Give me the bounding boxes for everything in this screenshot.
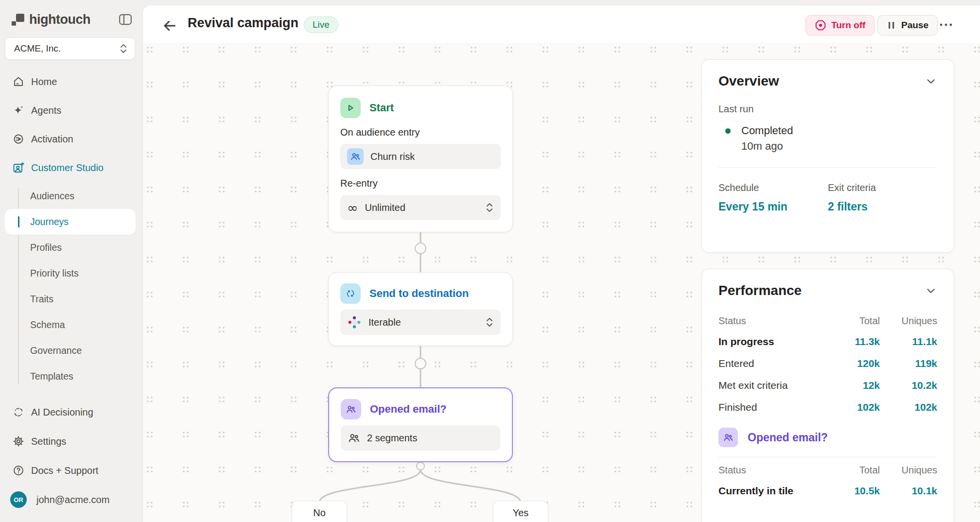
- reentry-select[interactable]: ∞ Unlimited: [340, 195, 501, 220]
- row-uniques[interactable]: 10.2k: [880, 380, 937, 391]
- back-button[interactable]: [162, 18, 177, 34]
- row-total[interactable]: 102k: [826, 401, 880, 413]
- row-total[interactable]: 120k: [826, 358, 880, 369]
- reentry-label: Re-entry: [340, 178, 501, 189]
- col-total: Total: [826, 315, 880, 327]
- turn-off-button[interactable]: Turn off: [805, 15, 875, 35]
- row-total[interactable]: 12k: [826, 380, 880, 391]
- sidebar-item-account[interactable]: OR john@acme.com: [0, 487, 142, 512]
- exit-criteria-link[interactable]: 2 filters: [828, 200, 937, 213]
- logo[interactable]: hightouch: [11, 10, 133, 29]
- home-icon: [13, 76, 24, 87]
- sidebar-item-label: Agents: [31, 105, 61, 116]
- tile-title-link[interactable]: Opened email?: [748, 431, 828, 444]
- loop-arrows-icon: [13, 406, 24, 418]
- chevron-down-icon: [925, 75, 937, 87]
- turn-off-label: Turn off: [831, 20, 865, 31]
- page-title: Revival campaign: [188, 16, 298, 31]
- col-status: Status: [718, 465, 826, 476]
- sidebar-item-audiences[interactable]: Audiences: [0, 183, 142, 209]
- audience-field[interactable]: Churn risk: [340, 144, 501, 169]
- sidebar-item-customer-studio[interactable]: Customer Studio: [0, 155, 142, 180]
- sub-item-label: Journeys: [30, 216, 69, 227]
- sidebar-item-schema[interactable]: Schema: [0, 312, 142, 338]
- sidebar-item-governance[interactable]: Governance: [0, 338, 142, 364]
- table-row: Met exit criteria 12k 10.2k: [718, 374, 937, 396]
- sub-item-label: Governance: [30, 345, 82, 356]
- sidebar-item-label: Docs + Support: [31, 465, 98, 476]
- destination-name: Iterable: [368, 317, 478, 328]
- destination-select[interactable]: Iterable: [340, 310, 501, 335]
- sidebar-item-templates[interactable]: Templates: [0, 364, 142, 389]
- branch-yes-label: Yes: [513, 507, 529, 522]
- table-row: Finished 102k 102k: [718, 396, 937, 418]
- col-status: Status: [718, 315, 826, 327]
- row-status: In progress: [718, 336, 826, 348]
- sidebar-item-home[interactable]: Home: [0, 69, 142, 94]
- segments-field[interactable]: 2 segments: [341, 425, 500, 451]
- sidebar-item-agents[interactable]: Agents: [0, 98, 142, 123]
- sidebar-item-label: Customer Studio: [31, 162, 104, 174]
- branch-no-node[interactable]: No: [292, 501, 347, 522]
- row-uniques[interactable]: 102k: [880, 401, 937, 413]
- last-run-label: Last run: [718, 104, 937, 115]
- sidebar-item-settings[interactable]: Settings: [0, 429, 142, 454]
- arrow-left-icon: [162, 18, 177, 34]
- stop-octagon-icon: [815, 19, 826, 31]
- branch-yes-node[interactable]: Yes: [493, 501, 548, 522]
- sidebar-item-label: AI Decisioning: [31, 407, 93, 418]
- segments-value: 2 segments: [367, 433, 417, 444]
- table-row: Currently in tile 10.5k 10.1k: [718, 480, 937, 502]
- audience-users-icon: [347, 148, 364, 165]
- row-uniques[interactable]: 11.1k: [880, 336, 937, 348]
- chevron-down-icon: [925, 284, 937, 297]
- sidebar-toggle-icon[interactable]: [118, 12, 133, 27]
- sidebar-item-ai-decisioning[interactable]: AI Decisioning: [0, 400, 142, 425]
- workspace-name: ACME, Inc.: [14, 43, 119, 54]
- row-total[interactable]: 11.3k: [826, 336, 880, 348]
- sub-item-label: Traits: [30, 294, 53, 305]
- logo-wordmark: hightouch: [29, 12, 90, 27]
- sub-item-label: Priority lists: [30, 268, 79, 279]
- entry-label: On audience entry: [340, 127, 501, 138]
- sparkle-icon: [13, 104, 24, 116]
- last-run-status: Completed: [741, 124, 793, 137]
- pause-button[interactable]: Pause: [877, 15, 938, 35]
- sidebar-item-journeys[interactable]: Journeys: [5, 209, 136, 235]
- activation-icon: [13, 133, 24, 145]
- row-status: Met exit criteria: [718, 380, 826, 391]
- chevron-updown-icon: [485, 317, 494, 328]
- overview-title: Overview: [718, 73, 779, 89]
- row-uniques[interactable]: 10.1k: [880, 485, 937, 497]
- workspace-selector[interactable]: ACME, Inc.: [5, 37, 135, 60]
- start-node[interactable]: Start On audience entry Churn risk Re-en…: [328, 86, 513, 232]
- tile-users-icon: [718, 428, 738, 447]
- collapse-overview-button[interactable]: [925, 75, 937, 87]
- customer-studio-subnav: Audiences Journeys Profiles Priority lis…: [0, 183, 142, 389]
- segments-users-icon: [341, 399, 361, 419]
- schedule-link[interactable]: Every 15 min: [718, 200, 828, 213]
- row-uniques[interactable]: 119k: [880, 358, 937, 369]
- start-node-title: Start: [369, 102, 394, 114]
- branch-node[interactable]: Opened email? 2 segments: [328, 387, 513, 462]
- primary-nav: Home Agents Activation: [0, 69, 142, 180]
- performance-card: Performance Status Total Uniques In prog…: [701, 269, 954, 522]
- sidebar-item-priority-lists[interactable]: Priority lists: [0, 261, 142, 286]
- row-total[interactable]: 10.5k: [826, 485, 880, 497]
- send-destination-icon: [340, 283, 361, 304]
- row-status: Entered: [718, 358, 826, 369]
- divider: [718, 167, 937, 168]
- collapse-performance-button[interactable]: [925, 284, 937, 297]
- sidebar-item-profiles[interactable]: Profiles: [0, 235, 142, 261]
- more-options-button[interactable]: [937, 18, 955, 31]
- sidebar-item-docs-support[interactable]: Docs + Support: [0, 458, 142, 483]
- sidebar-item-traits[interactable]: Traits: [0, 286, 142, 312]
- sub-item-label: Templates: [30, 371, 73, 382]
- branch-node-title: Opened email?: [370, 403, 447, 416]
- app-window: hightouch ACME, Inc. Home: [0, 0, 980, 522]
- hightouch-logo-icon: [11, 12, 25, 27]
- sidebar-item-label: Home: [31, 76, 57, 87]
- sidebar-item-label: Settings: [31, 436, 66, 447]
- sidebar-item-activation[interactable]: Activation: [0, 126, 142, 152]
- destination-node[interactable]: Send to destination Iterable: [328, 272, 513, 346]
